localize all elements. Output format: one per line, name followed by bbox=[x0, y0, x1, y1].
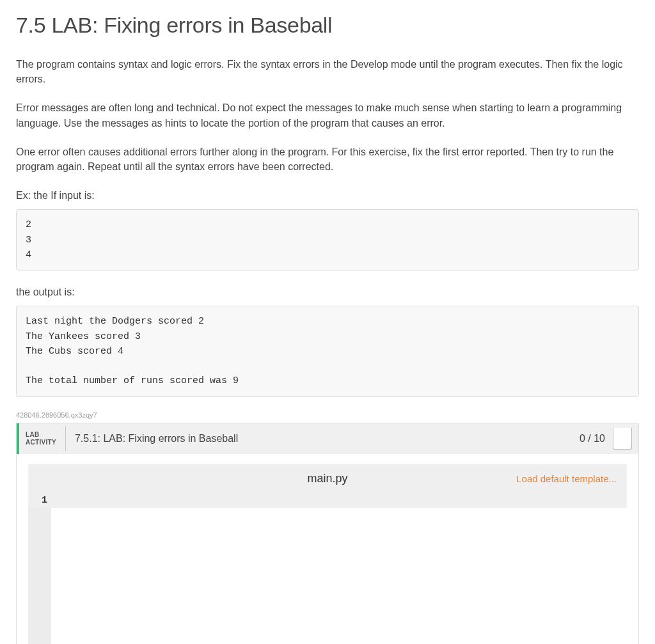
lab-score: 0 / 10 bbox=[580, 433, 613, 444]
lab-activity-container: LAB ACTIVITY 7.5.1: LAB: Fixing errors i… bbox=[16, 423, 639, 645]
example-output-block: Last night the Dodgers scored 2 The Yank… bbox=[16, 306, 639, 397]
lab-body: main.py Load default template... 1 bbox=[17, 454, 638, 645]
lab-title: 7.5.1: LAB: Fixing errors in Baseball bbox=[66, 433, 580, 444]
example-input-block: 2 3 4 bbox=[16, 209, 639, 271]
lab-activity-badge: LAB ACTIVITY bbox=[19, 426, 66, 452]
page-title: 7.5 LAB: Fixing errors in Baseball bbox=[16, 13, 639, 38]
code-input-wrapper bbox=[51, 494, 627, 645]
intro-paragraph-3: One error often causes additional errors… bbox=[16, 145, 639, 174]
lab-score-badge-icon bbox=[613, 428, 632, 450]
lab-header: LAB ACTIVITY 7.5.1: LAB: Fixing errors i… bbox=[17, 423, 638, 454]
content-hash: 428046.2896056.qx3zqy7 bbox=[16, 411, 639, 419]
code-input[interactable] bbox=[51, 494, 627, 645]
code-editor: 1 bbox=[28, 494, 627, 645]
lab-activity-label-line2: ACTIVITY bbox=[26, 439, 56, 446]
intro-paragraph-2: Error messages are often long and techni… bbox=[16, 100, 639, 130]
example-input-label: Ex: the If input is: bbox=[16, 188, 639, 203]
example-output-label: the output is: bbox=[16, 285, 639, 299]
editor-filename: main.py bbox=[307, 472, 347, 485]
load-default-template-link[interactable]: Load default template... bbox=[516, 473, 617, 484]
editor-gutter: 1 bbox=[28, 494, 51, 645]
editor-header: main.py Load default template... bbox=[28, 464, 627, 494]
line-number-1: 1 bbox=[28, 494, 51, 507]
intro-paragraph-1: The program contains syntax and logic er… bbox=[16, 57, 639, 86]
lab-activity-label-line1: LAB bbox=[26, 431, 56, 439]
